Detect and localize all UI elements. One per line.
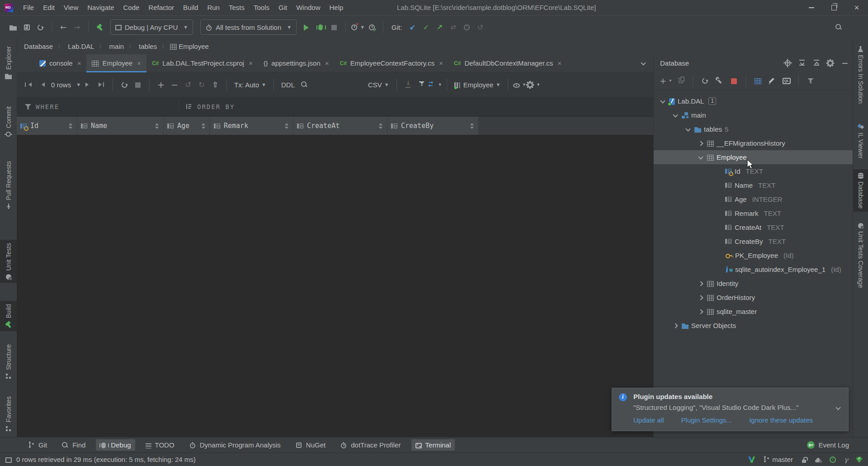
new-datasource-button[interactable]: +▼ bbox=[660, 75, 672, 86]
tree-row-employee[interactable]: Employee bbox=[654, 150, 853, 164]
transaction-mode-select[interactable]: Tx: Auto▼ bbox=[231, 78, 269, 91]
result-grid-body[interactable] bbox=[17, 135, 653, 437]
git-branch-widget[interactable]: master bbox=[763, 456, 793, 463]
stripe-item-favorites[interactable]: Favorites bbox=[0, 393, 17, 436]
stripe-item-database[interactable]: Database bbox=[853, 169, 868, 212]
export-button[interactable] bbox=[415, 78, 429, 91]
diagnostics-button[interactable] bbox=[713, 75, 725, 86]
inspections-status-icon[interactable] bbox=[830, 456, 836, 463]
next-page-button[interactable] bbox=[81, 78, 94, 91]
filter-objects-button[interactable] bbox=[805, 75, 816, 86]
notification-action-ignore-these-updates[interactable]: Ignore these updates bbox=[749, 416, 813, 424]
expand-notification-icon[interactable] bbox=[835, 404, 842, 412]
submit-button[interactable]: ⇧ bbox=[208, 78, 222, 91]
sort-toggle[interactable] bbox=[69, 123, 74, 129]
resharper-status-icon[interactable] bbox=[748, 456, 755, 463]
first-page-button[interactable] bbox=[21, 78, 35, 91]
stripe-item-unit-tests-coverage[interactable]: Unit Tests Coverage bbox=[853, 219, 868, 291]
grid-settings-button[interactable]: ▼ bbox=[526, 78, 540, 91]
chevron-down-icon[interactable] bbox=[697, 154, 704, 161]
tree-row-sqlite-master[interactable]: sqlite_master bbox=[654, 304, 853, 319]
tool-window-button-terminal[interactable]: Terminal bbox=[411, 439, 455, 451]
tool-window-button-dottrace-profiler[interactable]: dotTrace Profiler bbox=[336, 439, 405, 451]
session-select[interactable]: Employee ▼ bbox=[452, 78, 504, 91]
stripe-item-errors-in-solution[interactable]: Errors In Solution bbox=[853, 43, 868, 107]
previous-page-button[interactable] bbox=[35, 78, 48, 91]
close-icon[interactable]: × bbox=[77, 59, 81, 67]
sort-toggle[interactable] bbox=[202, 123, 207, 129]
profile-disabled-button[interactable]: ▼ bbox=[350, 20, 365, 34]
locate-icon[interactable] bbox=[785, 60, 791, 66]
hidden-tabs-button[interactable] bbox=[640, 54, 653, 72]
order-by-filter[interactable]: ORDER BY bbox=[185, 103, 235, 110]
sort-toggle[interactable] bbox=[155, 123, 160, 129]
menu-item-refactor[interactable]: Refactor bbox=[144, 0, 179, 15]
heap-indicator-icon[interactable]: γ bbox=[844, 456, 848, 464]
tab-console[interactable]: console× bbox=[34, 54, 86, 72]
tab-appsettings-json[interactable]: {}appsettings.json× bbox=[258, 54, 335, 72]
tab-employee[interactable]: Employee× bbox=[86, 54, 146, 72]
tree-row-name[interactable]: NameTEXT bbox=[654, 178, 853, 192]
tree-row-lab-dal[interactable]: Lab.DAL1 bbox=[654, 94, 853, 108]
menu-item-tools[interactable]: Tools bbox=[249, 0, 274, 15]
tree-row-age[interactable]: AgeINTEGER bbox=[654, 192, 853, 206]
menu-item-file[interactable]: File bbox=[19, 0, 38, 15]
stripe-item-explorer[interactable]: Explorer bbox=[0, 43, 17, 82]
minimize-button[interactable] bbox=[800, 0, 823, 15]
tree-row-identity[interactable]: Identity bbox=[654, 276, 853, 290]
menu-item-tests[interactable]: Tests bbox=[224, 0, 249, 15]
tree-row-server-objects[interactable]: Server Objects bbox=[654, 319, 853, 333]
close-icon[interactable]: × bbox=[249, 59, 253, 67]
menu-item-window[interactable]: Window bbox=[292, 0, 325, 15]
notification-action-update-all[interactable]: Update all bbox=[633, 416, 664, 424]
stop-button[interactable] bbox=[327, 20, 341, 34]
menu-item-view[interactable]: View bbox=[59, 0, 83, 15]
tool-window-button-todo[interactable]: TODO bbox=[142, 439, 179, 451]
breadcrumb-item-main[interactable]: main bbox=[108, 43, 126, 50]
chevron-right-icon[interactable] bbox=[697, 140, 704, 147]
close-icon[interactable]: × bbox=[439, 59, 443, 67]
column-header-createby[interactable]: CreateBy bbox=[387, 117, 479, 135]
tree-row-createby[interactable]: CreateByTEXT bbox=[654, 234, 853, 248]
back-button[interactable]: ← bbox=[57, 20, 70, 34]
sort-toggle[interactable] bbox=[285, 123, 290, 129]
tab-defaultdbcontextmanager-cs[interactable]: C#DefaultDbContextManager.cs× bbox=[448, 54, 567, 72]
compare-button[interactable]: ▼ bbox=[429, 78, 442, 91]
profile-snapshot-button[interactable] bbox=[365, 20, 378, 34]
last-page-button[interactable] bbox=[94, 78, 108, 91]
export-format-select[interactable]: CSV▼ bbox=[365, 78, 392, 91]
menu-item-help[interactable]: Help bbox=[325, 0, 348, 15]
chevron-down-icon[interactable] bbox=[684, 126, 692, 133]
forward-button[interactable]: → bbox=[70, 20, 84, 34]
stripe-item-pull-requests[interactable]: Pull Requests bbox=[0, 158, 17, 213]
tool-window-button-find[interactable]: Find bbox=[57, 439, 90, 451]
breadcrumb-item-tables[interactable]: tables bbox=[137, 43, 159, 50]
ddl-button[interactable]: DDL bbox=[278, 78, 297, 91]
close-icon[interactable]: × bbox=[137, 59, 141, 67]
column-header-age[interactable]: Age bbox=[164, 117, 210, 135]
menu-item-run[interactable]: Run bbox=[203, 0, 224, 15]
gear-icon[interactable] bbox=[827, 60, 833, 66]
chevron-right-icon[interactable] bbox=[697, 294, 704, 301]
breadcrumb-item-lab-dal[interactable]: Lab.DAL bbox=[66, 43, 96, 50]
stripe-item-build[interactable]: Build bbox=[0, 301, 17, 331]
chevron-down-icon[interactable] bbox=[659, 98, 666, 105]
stripe-item-structure[interactable]: Structure bbox=[0, 341, 17, 383]
column-header-id[interactable]: Id bbox=[17, 117, 77, 135]
save-button[interactable] bbox=[20, 20, 33, 34]
menu-item-navigate[interactable]: Navigate bbox=[83, 0, 118, 15]
search-everywhere-button[interactable] bbox=[832, 20, 845, 34]
chevron-right-icon[interactable] bbox=[672, 322, 679, 329]
revert-button[interactable]: ↺ bbox=[181, 78, 195, 91]
tab-lab-dal-testproject-csproj[interactable]: C#Lab.DAL.TestProject.csproj× bbox=[146, 54, 258, 72]
close-icon[interactable]: × bbox=[325, 59, 329, 67]
tool-window-button-dynamic-program-analysis[interactable]: Dynamic Program Analysis bbox=[185, 439, 285, 451]
git-rollback-button[interactable]: ↺ bbox=[473, 20, 487, 34]
import-button[interactable] bbox=[401, 78, 415, 91]
close-button[interactable]: × bbox=[845, 0, 868, 15]
open-button[interactable] bbox=[6, 20, 20, 34]
column-header-name[interactable]: Name bbox=[77, 117, 164, 135]
build-button[interactable] bbox=[93, 20, 107, 34]
row-count-label[interactable]: 0 rows bbox=[51, 81, 71, 89]
tool-window-toggle-icon[interactable] bbox=[5, 457, 12, 463]
